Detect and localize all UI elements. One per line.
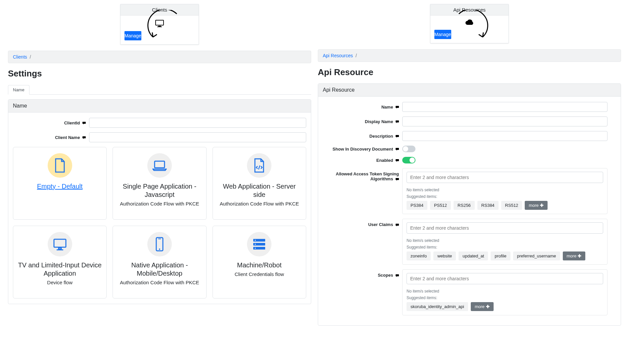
more-button[interactable]: more✚ <box>525 201 548 210</box>
svg-point-15 <box>255 240 256 241</box>
client-name-input[interactable] <box>89 132 306 142</box>
suggestion-chip[interactable]: zoneinfo <box>407 251 431 260</box>
info-chat-icon <box>396 106 399 109</box>
template-title: TV and Limited-Input Device Application <box>17 261 103 278</box>
svg-rect-24 <box>396 224 399 226</box>
monitor-icon <box>48 232 72 256</box>
breadcrumb: Clients / <box>8 51 311 63</box>
description-label: Description <box>323 134 402 139</box>
plus-icon: ✚ <box>540 203 544 207</box>
svg-rect-22 <box>396 159 399 161</box>
template-card[interactable]: TV and Limited-Input Device ApplicationD… <box>13 226 107 298</box>
template-title: Machine/Robot <box>216 261 303 269</box>
suggestion-chip[interactable]: PS384 <box>407 201 427 210</box>
svg-rect-21 <box>396 148 399 150</box>
template-title: Native Application - Mobile/Desktop <box>116 261 203 278</box>
svg-rect-23 <box>396 178 399 180</box>
scopes-label: Scopes <box>323 269 402 278</box>
svg-point-17 <box>255 248 256 249</box>
suggestion-chip[interactable]: skoruba_identity_admin_api <box>407 302 468 311</box>
suggestion-chip[interactable]: website <box>433 251 456 260</box>
algorithms-search-input[interactable] <box>407 172 603 183</box>
breadcrumb: Api Resources / <box>318 49 621 62</box>
more-button[interactable]: more✚ <box>563 251 586 260</box>
svg-rect-25 <box>396 274 399 276</box>
scopes-search-input[interactable] <box>407 273 603 284</box>
algorithms-multiselect: No item/s selected Suggested items: PS38… <box>402 168 607 214</box>
display-name-input[interactable] <box>402 116 607 126</box>
name-panel-header: Name <box>8 100 311 113</box>
template-title: Empty - Default <box>17 182 103 191</box>
suggested-note: Suggested items: <box>407 245 603 250</box>
info-chat-icon <box>396 159 399 162</box>
info-chat-icon <box>396 120 399 123</box>
info-chat-icon <box>396 135 399 138</box>
show-discovery-label: Show In Discovery Document <box>323 147 402 152</box>
template-title: Single Page Application - Javascript <box>116 182 203 199</box>
info-chat-icon <box>82 122 86 124</box>
enabled-toggle[interactable] <box>402 157 415 163</box>
suggestion-chip[interactable]: preferred_username <box>513 251 560 260</box>
display-name-label: Display Name <box>323 119 402 124</box>
info-chat-icon <box>396 178 399 181</box>
manage-api-resources-button[interactable]: Manage <box>434 30 451 39</box>
client-id-input[interactable] <box>89 118 306 128</box>
template-subtitle: Authorization Code Flow with PKCE <box>116 280 203 285</box>
suggested-note: Suggested items: <box>407 296 603 300</box>
suggestion-chip[interactable]: RS384 <box>477 201 499 210</box>
tab-bar: Name <box>8 85 311 95</box>
info-chat-icon <box>396 224 399 226</box>
suggestion-chip[interactable]: RS512 <box>501 201 522 210</box>
api-resource-panel-header: Api Resource <box>318 84 621 97</box>
user-claims-multiselect: No item/s selected Suggested items: zone… <box>402 219 607 265</box>
curved-arrow-icon <box>452 10 489 43</box>
svg-rect-20 <box>396 135 399 137</box>
curved-arrow-icon <box>147 10 183 43</box>
svg-rect-4 <box>82 136 86 138</box>
svg-point-16 <box>255 244 256 245</box>
info-chat-icon <box>396 274 399 277</box>
no-items-note: No item/s selected <box>407 188 603 192</box>
breadcrumb-api-resources-link[interactable]: Api Resources <box>323 53 353 58</box>
more-button[interactable]: more✚ <box>471 302 494 311</box>
template-card[interactable]: Empty - Default <box>13 147 107 220</box>
breadcrumb-separator: / <box>30 54 31 60</box>
client-name-label: Client Name <box>13 135 89 140</box>
svg-rect-19 <box>396 120 399 122</box>
scopes-multiselect: No item/s selected Suggested items: skor… <box>402 269 607 315</box>
no-items-note: No item/s selected <box>407 238 603 243</box>
description-input[interactable] <box>402 131 607 141</box>
manage-clients-button[interactable]: Manage <box>124 31 141 40</box>
suggestion-chip[interactable]: profile <box>491 251 510 260</box>
suggestion-chip[interactable]: updated_at <box>459 251 488 260</box>
suggested-note: Suggested items: <box>407 194 603 199</box>
no-items-note: No item/s selected <box>407 289 603 294</box>
name-panel: Name ClientId Client Name Empty - Defaul… <box>8 99 311 304</box>
breadcrumb-separator: / <box>356 53 357 58</box>
suggestion-chip[interactable]: PS512 <box>430 201 451 210</box>
enabled-label: Enabled <box>323 158 402 163</box>
api-resource-panel: Api Resource Name Display Name Descripti… <box>318 83 621 326</box>
client-id-label: ClientId <box>13 120 89 125</box>
template-card[interactable]: Native Application - Mobile/DesktopAutho… <box>113 226 206 298</box>
name-input[interactable] <box>402 102 607 112</box>
suggestion-chip[interactable]: RS256 <box>454 201 475 210</box>
breadcrumb-clients-link[interactable]: Clients <box>13 54 27 60</box>
svg-rect-3 <box>82 122 86 124</box>
template-card[interactable]: Single Page Application - JavascriptAuth… <box>113 147 206 220</box>
info-chat-icon <box>82 136 86 139</box>
info-chat-icon <box>396 148 399 151</box>
code-file-icon <box>247 153 271 178</box>
template-subtitle: Authorization Code Flow with PKCE <box>116 201 203 206</box>
svg-rect-6 <box>54 239 66 247</box>
file-icon <box>48 153 72 178</box>
svg-rect-5 <box>155 161 165 168</box>
template-subtitle: Device flow <box>17 280 103 285</box>
tab-name[interactable]: Name <box>8 85 29 95</box>
user-claims-search-input[interactable] <box>407 222 603 234</box>
template-card[interactable]: Machine/RobotClient Credentials flow <box>213 226 306 298</box>
plus-icon: ✚ <box>486 304 490 309</box>
show-discovery-toggle[interactable] <box>402 146 415 152</box>
template-card[interactable]: Web Application - Server sideAuthorizati… <box>213 147 306 220</box>
user-claims-label: User Claims <box>323 219 402 227</box>
